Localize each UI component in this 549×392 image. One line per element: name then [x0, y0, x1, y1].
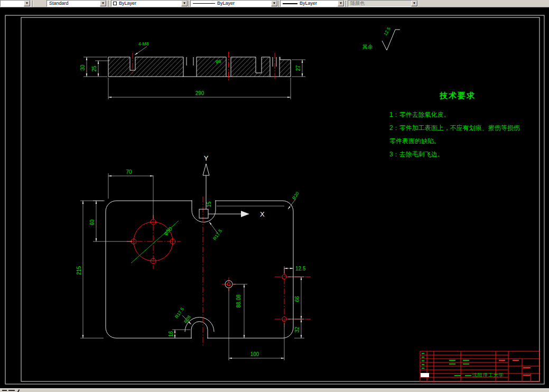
chevron-down-icon[interactable]: ▼: [100, 1, 106, 6]
ucs-axes: Y X: [199, 154, 265, 218]
command-text-fragment: [8, 390, 15, 391]
linetype-dropdown[interactable]: ByLayer ▼: [190, 0, 278, 7]
university-name: 沈阳理工大学: [472, 372, 504, 378]
chevron-down-icon[interactable]: ▼: [24, 1, 30, 6]
tech-item-2b: 零件表面的缺陷。: [389, 137, 440, 145]
dim-70: 70: [126, 169, 132, 175]
dim-27: 27: [295, 65, 301, 71]
linetype-preview-icon: [193, 3, 215, 4]
command-text-fragment: [17, 389, 20, 392]
linetype-value: ByLayer: [215, 1, 271, 6]
y-axis-arrow-icon: [203, 164, 209, 175]
dim-88-08: 88.08: [236, 294, 241, 307]
lineweight-dropdown[interactable]: ByLayer ▼: [280, 0, 345, 7]
plan-view: φ50 70 60 215 12.5: [76, 169, 311, 360]
x-axis-label: X: [260, 210, 265, 218]
dim-290: 290: [196, 90, 204, 96]
tech-item-3: 3：去除毛刺飞边。: [389, 151, 444, 158]
command-text-fragment: [2, 390, 7, 391]
dim-30: 30: [80, 64, 86, 71]
dim-66: 66: [294, 296, 300, 302]
command-line-strip[interactable]: [0, 388, 549, 392]
layer-dropdown[interactable]: ▼: [0, 0, 31, 7]
dim-r28: R28: [183, 314, 192, 324]
dim-16: 16: [168, 331, 174, 337]
tech-item-1: 1：零件去除氧化皮。: [389, 111, 450, 118]
text-style-dropdown[interactable]: Standard ▼: [46, 0, 107, 7]
tech-requirements: 技术要求 1：零件去除氧化皮。 2：零件加工表面上，不应有划痕、擦伤等损伤 零件…: [389, 91, 520, 158]
chevron-down-icon[interactable]: ▼: [181, 1, 188, 6]
dim-60: 60: [89, 219, 95, 226]
color-dropdown[interactable]: ByLayer ▼: [111, 0, 188, 7]
lineweight-value: ByLayer: [297, 1, 338, 6]
section-view: 4-M8 φ6 290 30 25 27: [80, 41, 305, 99]
tech-item-2: 2：零件加工表面上，不应有划痕、擦伤等损伤: [389, 124, 520, 132]
dim-12-5: 12.5: [295, 266, 306, 272]
title-block: 沈阳理工大学: [420, 351, 539, 381]
color-value: ByLayer: [117, 1, 181, 6]
dim-215: 215: [76, 266, 82, 275]
properties-toolbar: ▼ Standard ▼ ByLayer ▼ ByLayer ▼ ByLayer…: [0, 0, 549, 7]
dim-100: 100: [250, 351, 259, 357]
surface-finish-scope: 其余: [362, 44, 373, 50]
x-axis-arrow-icon: [241, 211, 249, 217]
chevron-down-icon[interactable]: ▼: [271, 1, 277, 6]
y-axis-label: Y: [204, 154, 209, 162]
dim-r17-top: R17.5: [212, 228, 223, 241]
surface-finish-value: 12.5: [383, 26, 392, 36]
color-swatch-icon: [113, 2, 117, 5]
lineweight-preview-icon: [283, 3, 297, 4]
toolbar-separator: [108, 1, 109, 7]
chevron-down-icon[interactable]: ▼: [338, 1, 344, 6]
toolbar-separator: [278, 1, 280, 7]
hole-callout: φ6: [216, 59, 221, 64]
dim-r20: R20: [291, 191, 300, 201]
toolbar-separator: [189, 1, 190, 7]
plot-style-dropdown[interactable]: 随颜色 ▼: [348, 0, 418, 7]
cad-app-window: ▼ Standard ▼ ByLayer ▼ ByLayer ▼ ByLayer…: [0, 0, 549, 392]
dim-32: 32: [294, 326, 300, 333]
dim-r17-bottom: R17.5: [174, 306, 185, 320]
surface-finish-symbol: 12.5 其余: [362, 26, 400, 50]
toolbar-separator: [346, 1, 347, 7]
text-style-value: Standard: [47, 1, 100, 6]
drawing-canvas[interactable]: 4-M8 φ6 290 30 25 27 12.5 其余 技术要求: [0, 7, 549, 388]
tech-requirements-title: 技术要求: [439, 91, 476, 100]
dim-25: 25: [91, 66, 97, 72]
dim-15: 15: [206, 201, 212, 208]
plot-style-value: 随颜色: [348, 1, 411, 6]
toolbar-separator: [32, 1, 33, 7]
thread-callout: 4-M8: [138, 41, 149, 46]
title-block-highlight-cell: [421, 373, 429, 377]
chevron-down-icon[interactable]: ▼: [411, 1, 417, 6]
